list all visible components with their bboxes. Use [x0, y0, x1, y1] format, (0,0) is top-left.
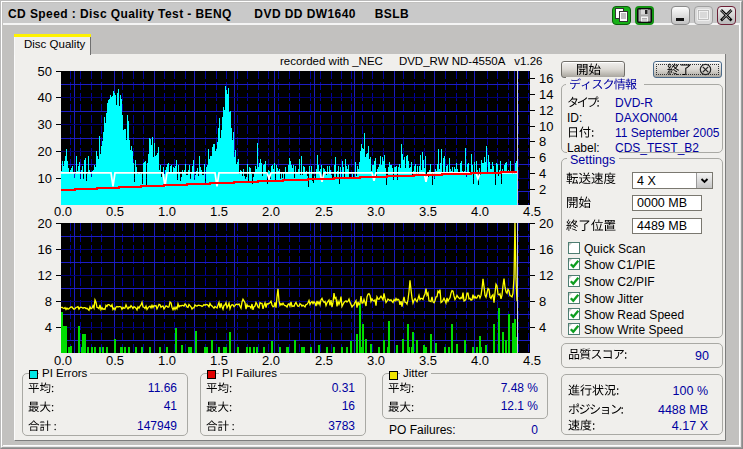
svg-text:6: 6 [539, 150, 546, 165]
svg-text:0.0: 0.0 [54, 204, 72, 219]
svg-text:0.5: 0.5 [106, 204, 124, 219]
svg-text:1.0: 1.0 [158, 353, 176, 368]
svg-text:10: 10 [539, 119, 553, 134]
svg-text:40: 40 [38, 90, 52, 105]
svg-text:20: 20 [38, 144, 52, 159]
svg-text:4: 4 [539, 320, 546, 335]
svg-text:2.5: 2.5 [315, 204, 333, 219]
svg-text:8: 8 [539, 134, 546, 149]
svg-text:2.0: 2.0 [262, 204, 280, 219]
svg-text:20: 20 [539, 216, 553, 231]
svg-text:4.0: 4.0 [471, 353, 489, 368]
svg-text:16: 16 [539, 71, 553, 86]
svg-text:1.5: 1.5 [210, 353, 228, 368]
svg-text:12: 12 [38, 268, 52, 283]
svg-text:30: 30 [38, 117, 52, 132]
svg-text:0.0: 0.0 [54, 353, 72, 368]
svg-text:4.5: 4.5 [523, 353, 541, 368]
svg-text:2: 2 [539, 182, 546, 197]
svg-text:50: 50 [38, 64, 52, 79]
svg-text:3.5: 3.5 [419, 353, 437, 368]
svg-text:8: 8 [539, 294, 546, 309]
svg-text:1.0: 1.0 [158, 204, 176, 219]
svg-text:2.5: 2.5 [315, 353, 333, 368]
svg-text:0.5: 0.5 [106, 353, 124, 368]
svg-text:8: 8 [45, 294, 52, 309]
svg-text:3.0: 3.0 [367, 204, 385, 219]
svg-text:3.5: 3.5 [419, 204, 437, 219]
svg-text:4: 4 [45, 320, 52, 335]
svg-text:4: 4 [539, 166, 546, 181]
svg-text:4.5: 4.5 [523, 204, 541, 219]
svg-text:4.0: 4.0 [471, 204, 489, 219]
svg-text:12: 12 [539, 268, 553, 283]
svg-text:16: 16 [539, 242, 553, 257]
svg-text:14: 14 [539, 87, 553, 102]
svg-text:16: 16 [38, 242, 52, 257]
svg-text:3.0: 3.0 [367, 353, 385, 368]
svg-text:20: 20 [38, 216, 52, 231]
svg-text:12: 12 [539, 103, 553, 118]
svg-text:2.0: 2.0 [262, 353, 280, 368]
svg-text:1.5: 1.5 [210, 204, 228, 219]
svg-text:10: 10 [38, 171, 52, 186]
